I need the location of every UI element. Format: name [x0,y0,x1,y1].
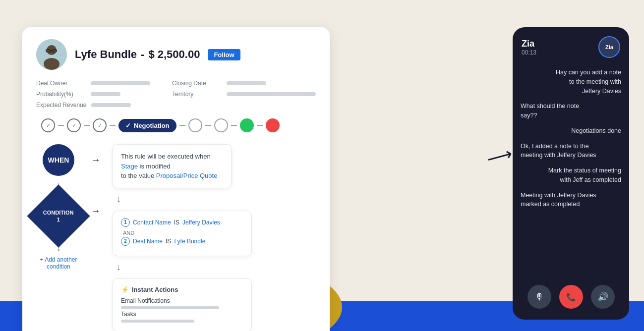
closing-date-bar [227,81,266,85]
stage-active[interactable]: ✓ Negotiation [118,119,176,132]
action-panel: ⚡ Instant Actions Email Notifications Ta… [113,278,252,331]
closing-date-label: Closing Date [172,80,222,87]
connector-6 [231,125,237,126]
closing-date-field: Closing Date [172,80,316,87]
expected-revenue-field: Expected Revenue [36,102,160,109]
pipeline: ✓ ✓ ✓ ✓ Negotiation [36,118,316,132]
svg-point-2 [44,58,59,70]
expected-revenue-label: Expected Revenue [36,102,86,109]
down-arrow-1: ↓ [113,194,252,205]
connector-4 [179,125,185,126]
msg-5: Mark the status of meetingwith Jeff as c… [548,166,621,185]
condition1-op: IS [174,219,179,226]
stage-1: ✓ [41,118,55,132]
tasks-label: Tasks [121,311,243,318]
condition-row-1: 1 Contact Name IS Jeffery Davies [121,218,243,227]
connector-7 [257,125,263,126]
zia-panel: Zia 00:13 Zia Hay can you add a noteto t… [513,27,629,320]
stage-green [240,118,254,132]
and-label: AND [121,230,243,236]
zia-avatar-initials: Zia [605,44,613,50]
deal-amount: $ 2,500.00 [148,48,200,61]
condition-arrow-right: → [91,205,101,217]
add-condition-link[interactable]: + Add anothercondition [40,256,77,270]
trigger-popup: This rule will be executed when Stage is… [113,144,232,188]
trigger-field: Stage [121,163,138,170]
workflow-area: WHEN ↓ CONDITION1 ↓ + Add anotherconditi… [36,144,316,331]
condition-row-2: 2 Deal Name IS Lyfe Bundle [121,237,243,246]
workflow-left: WHEN ↓ CONDITION1 ↓ + Add anotherconditi… [36,144,81,270]
zia-name: Zia [522,39,536,49]
avatar [36,39,67,70]
stage-2: ✓ [67,118,81,132]
email-bar [121,306,219,309]
condition-num-1: 1 [121,218,130,227]
when-box: WHEN [43,144,74,176]
workflow-right: This rule will be executed when Stage is… [113,144,252,331]
stage-red [266,118,280,132]
chat-messages: Hay can you add a noteto the meeting wit… [513,63,629,278]
probability-label: Probability(%) [36,91,86,98]
deal-title: Lyfe Bundle [75,48,137,61]
stage-3: ✓ [93,118,107,132]
condition2-op: IS [166,238,171,245]
deal-owner-field: Deal Owner [36,80,160,87]
speaker-button[interactable]: 🔊 [591,285,615,309]
svg-point-1 [47,45,57,55]
trigger-value: Proposal/Price Quote [156,172,218,179]
connector-2 [84,125,90,126]
mic-button[interactable]: 🎙 [527,285,551,309]
expected-revenue-bar [91,103,131,107]
zia-info: Zia 00:13 [522,39,536,56]
condition2-field: Deal Name [133,238,163,245]
condition2-value: Lyfe Bundle [174,238,205,245]
msg-3: Negotiations done [571,126,621,136]
instant-actions-icon: ⚡ [121,286,129,293]
stage-5 [188,118,202,132]
territory-field: Territory [172,91,316,98]
condition-num-2: 2 [121,237,130,246]
when-arrow-right: → [91,154,101,166]
territory-bar [227,92,316,96]
deal-header: Lyfe Bundle - $ 2,500.00 Follow [36,39,316,70]
stage-6 [214,118,228,132]
msg-2: What should the notesay?? [521,102,579,120]
connector-5 [205,125,211,126]
condition1-field: Contact Name [133,219,171,226]
stage-check: ✓ [125,122,131,129]
action-header: ⚡ Instant Actions [121,286,243,293]
deal-title-group: Lyfe Bundle - $ 2,500.00 Follow [75,48,240,61]
condition-diamond: CONDITION1 [27,184,90,247]
msg-4: Ok, I added a note to themeeting with Je… [521,142,596,161]
connector-3 [110,125,116,126]
zia-header: Zia 00:13 Zia [513,27,629,63]
instant-actions-label: Instant Actions [132,286,178,293]
condition-text: CONDITION1 [43,209,74,223]
deco-arrow: ⟶ [484,143,515,170]
crm-card: Lyfe Bundle - $ 2,500.00 Follow Deal Own… [22,27,330,331]
territory-label: Territory [172,91,222,98]
deal-owner-label: Deal Owner [36,80,86,87]
probability-field: Probability(%) [36,91,160,98]
msg-6: Meeting with Jeffery Daviesmarked as com… [521,191,596,210]
stage-label: Negotiation [134,122,170,129]
deal-separator: - [141,48,144,61]
email-notifications-label: Email Notifications [121,297,243,304]
zia-time: 00:13 [522,49,536,56]
end-call-button[interactable]: 📞 [559,285,583,309]
call-controls: 🎙 📞 🔊 [513,278,629,320]
follow-button[interactable]: Follow [208,49,240,60]
condition-panel: 1 Contact Name IS Jeffery Davies AND 2 D… [113,211,252,256]
deal-fields: Deal Owner Closing Date Probability(%) T… [36,80,316,109]
deal-owner-bar [91,81,150,85]
condition1-value: Jeffery Davies [182,219,220,226]
connector-1 [58,125,64,126]
zia-avatar: Zia [598,36,620,58]
msg-1: Hay can you add a noteto the meeting wit… [556,68,621,96]
probability-bar [91,92,120,96]
down-arrow-2: ↓ [113,262,252,273]
trigger-text: This rule will be executed when [121,153,211,160]
tasks-bar [121,320,194,323]
